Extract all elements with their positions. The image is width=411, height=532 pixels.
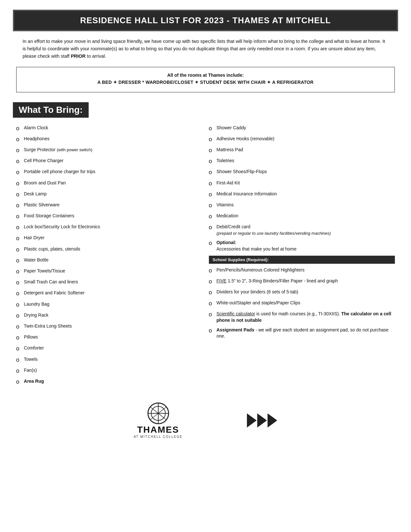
item-comforter: Comforter [24, 345, 202, 351]
list-item: o Area Rug [16, 378, 202, 386]
list-item: o Plastic cups, plates, utensils [16, 246, 202, 254]
list-item: o Shower Caddy [209, 125, 395, 133]
item-towels: Towels [24, 356, 202, 363]
item-shower-shoes: Shower Shoes/Flip-Flops [217, 169, 395, 175]
bullet-icon: o [209, 157, 212, 165]
list-item: o Pen/Pencils/Numerous Colored Highlight… [209, 267, 395, 275]
bullet-icon: o [16, 279, 19, 287]
item-food-storage: Food Storage Containers [24, 213, 202, 219]
intro-bold-word: PRIOR [71, 54, 86, 59]
section-title: What To Bring: [19, 105, 83, 115]
bullet-icon: o [209, 300, 212, 308]
item-dividers: Dividers for your binders (8 sets of 5-t… [217, 289, 395, 295]
item-paper-towels: Paper Towels/Tissue [24, 268, 202, 274]
bullet-icon: o [209, 278, 212, 286]
bullet-icon: o [16, 378, 19, 386]
list-item: o Fan(s) [16, 367, 202, 375]
list-item: o Dividers for your binders (8 sets of 5… [209, 289, 395, 297]
list-item: o Portable cell phone charger for trips [16, 169, 202, 176]
list-item: o Comforter [16, 345, 202, 353]
ff-triangle-3 [268, 413, 277, 428]
bullet-icon: o [16, 301, 19, 309]
list-item: o Drying Rack [16, 312, 202, 320]
list-item: o Twin-Extra Long Sheets [16, 323, 202, 331]
logo-name: THAMES [137, 425, 179, 435]
logo-subtitle: AT MITCHELL COLLEGE [134, 435, 183, 438]
item-surge-protector: Surge Protector (with power switch) [24, 147, 202, 153]
page-header: RESIDENCE HALL LIST FOR 2023 - THAMES AT… [13, 10, 398, 31]
item-area-rug: Area Rug [24, 378, 202, 385]
item-portable-charger: Portable cell phone charger for trips [24, 169, 202, 175]
rooms-line1: All of the rooms at Thames include: [23, 73, 388, 78]
bullet-icon: o [16, 124, 19, 133]
item-detergent: Detergent and Fabric Softener [24, 290, 202, 296]
item-first-aid: First-Aid Kit [217, 180, 395, 186]
bullet-icon: o [16, 367, 19, 375]
item-fan: Fan(s) [24, 367, 202, 374]
list-item: o FIVE 1.5" to 2", 3-Ring Binders/Filler… [209, 278, 395, 286]
item-toiletries: Toiletries [217, 158, 395, 164]
item-vitamins: Vitamins [217, 202, 395, 208]
bullet-icon: o [16, 290, 19, 298]
list-item: o Toiletries [209, 158, 395, 165]
list-item: o Broom and Dust Pan [16, 180, 202, 188]
bullet-icon: o [16, 312, 19, 320]
item-medical-insurance: Medical Insurance Information [217, 191, 395, 197]
left-column: o Alarm Clock o Headphones o Surge Prote… [16, 125, 209, 389]
list-item: o Towels [16, 356, 202, 364]
list-item: o Adhesive Hooks (removable) [209, 136, 395, 143]
bullet-icon: o [209, 327, 212, 335]
bullet-icon: o [16, 135, 19, 143]
list-item: o Surge Protector (with power switch) [16, 147, 202, 154]
bullet-icon: o [16, 180, 19, 188]
item-desk-lamp: Desk Lamp [24, 191, 202, 197]
bullet-icon: o [209, 310, 212, 319]
list-item: o Hair Dryer [16, 235, 202, 242]
list-item: o Shower Shoes/Flip-Flops [209, 169, 395, 176]
bullet-icon: o [209, 168, 212, 176]
item-cell-phone-charger: Cell Phone Charger [24, 158, 202, 164]
intro-text-after: to arrival. [86, 54, 106, 59]
bullet-icon: o [16, 345, 19, 353]
bullet-icon: o [16, 202, 19, 210]
footer: THAMES AT MITCHELL COLLEGE [13, 402, 398, 438]
list-item: o Desk Lamp [16, 191, 202, 199]
bullet-icon: o [209, 124, 212, 133]
two-column-list: o Alarm Clock o Headphones o Surge Prote… [16, 125, 395, 389]
item-shower-caddy: Shower Caddy [217, 125, 395, 131]
item-twin-sheets: Twin-Extra Long Sheets [24, 323, 202, 330]
item-plastic-silverware: Plastic Silverware [24, 202, 202, 208]
list-item: o Debit/Credit card(prepaid or regular t… [209, 224, 395, 236]
page-title: RESIDENCE HALL LIST FOR 2023 - THAMES AT… [21, 15, 390, 25]
list-item: o Plastic Silverware [16, 202, 202, 210]
bullet-icon: o [209, 267, 212, 275]
list-item: o First-Aid Kit [209, 180, 395, 188]
bullet-icon: o [16, 323, 19, 331]
bullet-icon: o [209, 202, 212, 210]
item-whiteout: White-out/Stapler and staples/Paper Clip… [217, 300, 395, 306]
item-hair-dryer: Hair Dryer [24, 235, 202, 241]
rooms-line2: A BED ✦ DRESSER * WARDROBE/CLOSET ✦ STUD… [23, 80, 388, 85]
item-trash-can: Small Trash Can and liners [24, 279, 202, 285]
item-mattress-pad: Mattress Pad [217, 147, 395, 153]
bullet-icon: o [16, 168, 19, 176]
list-item: o Alarm Clock [16, 125, 202, 133]
item-laundry-bag: Laundry Bag [24, 301, 202, 308]
school-supplies-header: School Supplies (Required): [209, 256, 395, 264]
bullet-icon: o [16, 157, 19, 165]
ff-triangle-2 [257, 413, 267, 428]
item-medication: Medication [217, 213, 395, 219]
list-item: o Vitamins [209, 202, 395, 210]
ff-triangle-1 [247, 413, 257, 428]
item-binders: FIVE 1.5" to 2", 3-Ring Binders/Filler P… [217, 278, 395, 284]
item-lock-box: Lock box/Security Lock for Electronics [24, 224, 202, 230]
right-column: o Shower Caddy o Adhesive Hooks (removab… [209, 125, 395, 389]
what-to-bring-header: What To Bring: [13, 102, 89, 118]
bullet-icon: o [16, 191, 19, 199]
bullet-icon: o [16, 334, 19, 342]
item-assignment-pads: Assignment Pads - we will give each stud… [217, 327, 395, 340]
list-item: o Scientific calculator is used for math… [209, 311, 395, 323]
bullet-icon: o [209, 180, 212, 188]
bullet-icon: o [209, 191, 212, 199]
list-item: o Optional:Accessories that make you fee… [209, 240, 395, 252]
